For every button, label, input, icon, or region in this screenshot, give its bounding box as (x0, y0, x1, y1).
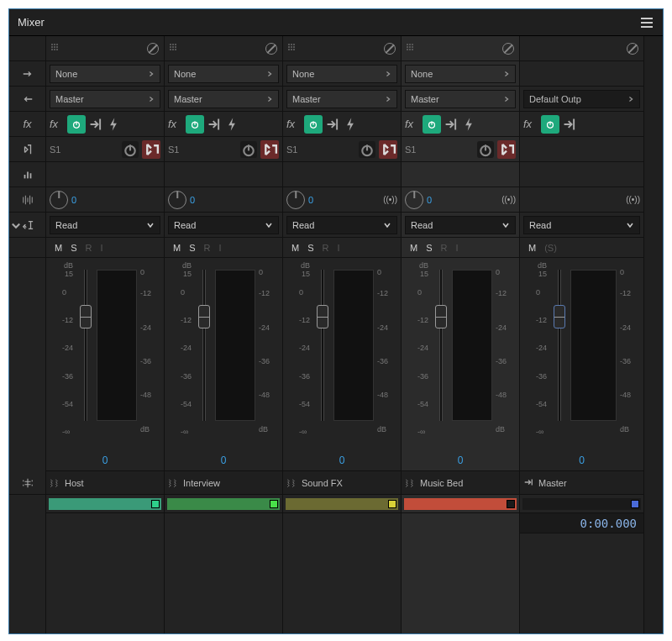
record-arm-button[interactable]: R (204, 243, 211, 253)
mute-button[interactable]: M (291, 243, 299, 253)
record-arm-button[interactable]: R (441, 243, 448, 253)
pan-knob[interactable] (405, 191, 423, 209)
drag-grip-icon[interactable] (288, 44, 298, 54)
volume-fader[interactable] (76, 261, 95, 446)
stereo-mode-icon[interactable]: ((•)) (383, 195, 397, 204)
fx-pre-post-icon[interactable] (325, 117, 340, 132)
fx-power-button[interactable] (541, 115, 559, 134)
fx-rail-icon[interactable]: fx (9, 112, 45, 137)
track-name-label[interactable]: Sound FX (302, 478, 343, 488)
send-route-button[interactable] (260, 140, 279, 159)
input-monitor-icon[interactable] (147, 43, 159, 55)
send-route-button[interactable] (142, 140, 160, 159)
solo-button[interactable]: S (307, 243, 313, 253)
solo-button[interactable]: S (426, 243, 432, 253)
input-monitor-icon[interactable] (502, 43, 514, 55)
track-strip: None Master fx S1 0 ((•)) Read M S R I (283, 36, 402, 633)
send-power-button[interactable] (359, 141, 375, 158)
solo-button[interactable]: (S) (544, 243, 557, 253)
input-monitor-button[interactable]: I (100, 243, 102, 253)
volume-fader[interactable] (195, 261, 213, 446)
mute-button[interactable]: M (55, 243, 62, 253)
fx-pre-post-icon[interactable] (207, 117, 222, 132)
volume-fader[interactable] (432, 261, 450, 446)
track-color-bar[interactable] (49, 498, 161, 510)
volume-fader[interactable] (313, 261, 332, 446)
master-pan-row: ((•)) (520, 187, 643, 213)
input-dropdown[interactable]: None (286, 65, 397, 83)
track-color-bar[interactable] (286, 498, 398, 510)
send-power-button[interactable] (240, 141, 257, 158)
sends-rail-icon[interactable] (9, 137, 45, 162)
input-monitor-icon[interactable] (265, 43, 277, 55)
stereo-mode-icon[interactable]: ((•)) (501, 195, 516, 204)
drag-grip-icon[interactable] (407, 44, 417, 54)
output-dropdown[interactable]: Master (50, 90, 160, 108)
fx-power-button[interactable] (423, 115, 441, 134)
mute-button[interactable]: M (173, 243, 181, 253)
input-monitor-button[interactable]: I (337, 243, 339, 253)
send-power-button[interactable] (122, 141, 139, 158)
volume-value[interactable]: 0 (165, 449, 282, 471)
volume-value[interactable]: 0 (283, 449, 401, 471)
fx-lightning-icon[interactable] (461, 117, 476, 132)
panel-menu-button[interactable] (639, 15, 654, 30)
drag-grip-icon[interactable] (51, 44, 61, 54)
fx-pre-post-icon[interactable] (444, 117, 459, 132)
master-name-label[interactable]: Master (538, 478, 567, 488)
master-volume-value[interactable]: 0 (520, 449, 643, 471)
record-arm-button[interactable]: R (323, 243, 329, 253)
input-monitor-icon[interactable] (384, 43, 396, 55)
track-color-bar[interactable] (167, 498, 280, 510)
fx-pre-post-icon[interactable] (562, 117, 577, 132)
output-dropdown[interactable]: Master (405, 90, 516, 108)
volume-value[interactable]: 0 (46, 449, 164, 471)
fx-lightning-icon[interactable] (106, 117, 121, 132)
automation-dropdown[interactable]: Read (286, 216, 397, 234)
track-name-label[interactable]: Host (65, 478, 84, 488)
output-dropdown[interactable]: Master (286, 90, 397, 108)
fx-lightning-icon[interactable] (224, 117, 239, 132)
automation-dropdown[interactable]: Read (523, 216, 640, 234)
automation-dropdown[interactable]: Read (168, 216, 279, 234)
stereo-mode-icon[interactable]: ((•)) (626, 195, 640, 204)
mute-button[interactable]: M (528, 243, 536, 253)
timecode-display: 0:00.000 (520, 513, 643, 533)
solo-button[interactable]: S (189, 243, 195, 253)
fx-power-button[interactable] (67, 115, 86, 134)
fx-power-button[interactable] (186, 115, 204, 134)
record-arm-button[interactable]: R (86, 243, 92, 253)
send-route-button[interactable] (379, 140, 397, 159)
master-color-bar[interactable] (522, 498, 641, 510)
automation-dropdown[interactable]: Read (50, 216, 160, 234)
input-dropdown[interactable]: None (405, 65, 516, 83)
eq-rail-icon[interactable] (9, 162, 45, 187)
solo-button[interactable]: S (71, 243, 76, 253)
fx-pre-post-icon[interactable] (88, 117, 103, 132)
fx-power-button[interactable] (304, 115, 323, 134)
output-dropdown[interactable]: Master (168, 90, 279, 108)
automation-rail-icon[interactable] (9, 213, 45, 238)
master-monitor-icon[interactable] (627, 43, 638, 55)
volume-value[interactable]: 0 (402, 449, 519, 471)
send-power-button[interactable] (477, 141, 494, 158)
volume-fader[interactable] (550, 261, 569, 446)
track-name-label[interactable]: Music Bed (420, 478, 463, 488)
input-monitor-button[interactable]: I (455, 243, 458, 253)
automation-dropdown[interactable]: Read (405, 216, 516, 234)
input-monitor-button[interactable]: I (218, 243, 221, 253)
pan-knob[interactable] (286, 191, 305, 209)
svg-rect-2 (29, 173, 31, 178)
send-route-button[interactable] (497, 140, 516, 159)
track-options-icon[interactable] (9, 471, 45, 495)
mute-button[interactable]: M (410, 243, 417, 253)
input-dropdown[interactable]: None (168, 65, 279, 83)
input-dropdown[interactable]: None (50, 65, 160, 83)
fx-lightning-icon[interactable] (343, 117, 358, 132)
pan-knob[interactable] (168, 191, 186, 209)
track-name-label[interactable]: Interview (183, 478, 220, 488)
master-output-dropdown[interactable]: Default Outp (523, 90, 640, 108)
track-color-bar[interactable] (404, 498, 517, 510)
drag-grip-icon[interactable] (170, 44, 180, 54)
pan-knob[interactable] (50, 191, 68, 209)
